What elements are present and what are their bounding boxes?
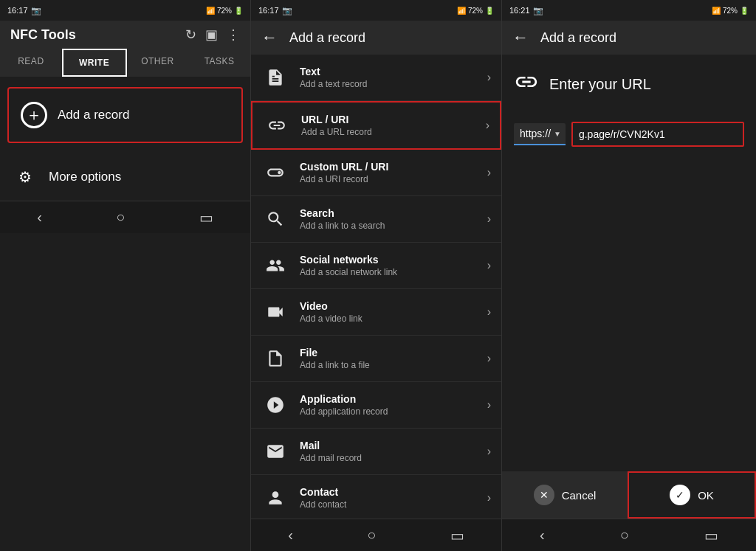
status-time-1: 16:17 📷 [7,6,41,15]
record-app-title: Application [300,393,487,405]
chevron-icon-app: › [487,398,491,412]
chevron-icon-contact: › [487,491,491,505]
panel-add-record: 16:17 📷 📶 72% 🔋 ← Add a record Text Add … [251,0,502,551]
more-icon[interactable]: ⋮ [227,27,240,43]
record-list: Text Add a text record › URL / URI Add a… [251,55,501,519]
record-item-search[interactable]: Search Add a link to a search › [251,196,501,243]
add-record-icon: ＋ [21,102,47,128]
enter-url-label: Enter your URL [549,76,651,93]
panel2-title: Add a record [289,30,365,46]
record-item-file[interactable]: File Add a link to a file › [251,336,501,382]
add-record-label: Add a record [58,108,129,122]
home-nav-btn-2[interactable]: ○ [367,527,376,544]
social-icon [261,252,289,280]
record-item-video[interactable]: Video Add a video link › [251,289,501,336]
nfc-icon[interactable]: ▣ [205,27,218,43]
url-link-icon [514,69,539,100]
cancel-icon-circle: ✕ [534,485,554,505]
url-icon [263,111,291,139]
url-path-input[interactable] [579,128,737,140]
record-video-sub: Add a video link [300,313,487,324]
back-button-2[interactable]: ← [261,28,278,47]
panel3-title: Add a record [540,30,616,46]
tab-bar: READ WRITE OTHER TASKS [0,49,250,77]
url-input-row: https:// ▼ [502,114,756,154]
chevron-icon-url: › [486,119,489,132]
ok-icon-circle: ✓ [670,485,690,505]
nav-header-3: ← Add a record [502,21,756,55]
mail-icon [261,437,289,465]
status-bar-1: 16:17 📷 📶 72% 🔋 [0,0,250,21]
record-text-sub: Add a text record [300,79,487,89]
record-custom-title: Custom URL / URI [300,161,487,173]
dialog-actions: ✕ Cancel ✓ OK [502,471,756,519]
file-icon [261,344,289,372]
add-record-button[interactable]: ＋ Add a record [7,87,243,143]
record-url-sub: Add a URL record [301,127,486,137]
chevron-icon-custom: › [487,166,491,179]
record-contact-sub: Add contact [300,499,487,510]
record-item-mail[interactable]: Mail Add mail record › [251,429,501,475]
url-scheme-selector[interactable]: https:// ▼ [514,123,566,145]
chevron-icon-social: › [487,259,491,272]
tab-tasks[interactable]: TASKS [188,49,250,77]
chevron-icon-search: › [487,212,491,226]
status-bar-3: 16:21 📷 📶 72% 🔋 [502,0,756,21]
settings-icon: ⚙ [12,164,38,190]
home-nav-btn-3[interactable]: ○ [620,527,629,544]
record-social-title: Social networks [300,254,487,266]
refresh-icon[interactable]: ↻ [185,27,196,43]
bottom-nav-2: ‹ ○ ▭ [251,519,501,551]
recents-nav-btn-3[interactable]: ▭ [704,527,718,544]
enter-url-section: Enter your URL [502,55,756,110]
record-item-url[interactable]: URL / URI Add a URL record › [251,101,501,150]
record-app-sub: Add application record [300,406,487,417]
record-item-text[interactable]: Text Add a text record › [251,55,501,101]
record-text-title: Text [300,66,487,77]
back-nav-btn-3[interactable]: ‹ [540,527,545,544]
recents-nav-btn-2[interactable]: ▭ [450,527,464,544]
more-options-label: More options [49,170,121,184]
record-file-title: File [300,347,487,358]
chevron-icon: › [487,71,491,84]
text-icon [261,63,289,91]
bottom-nav-3: ‹ ○ ▭ [502,519,756,551]
back-nav-btn-2[interactable]: ‹ [288,527,293,544]
record-mail-sub: Add mail record [300,453,487,463]
dropdown-arrow-icon: ▼ [554,130,561,138]
recents-nav-btn[interactable]: ▭ [199,209,213,226]
url-path-wrapper [571,122,744,147]
ok-label: OK [698,489,714,502]
back-nav-btn[interactable]: ‹ [37,209,42,226]
record-contact-title: Contact [300,486,487,498]
contact-icon [261,484,289,512]
tab-write[interactable]: WRITE [62,49,127,77]
app-header: NFC Tools ↻ ▣ ⋮ [0,21,250,49]
record-search-sub: Add a link to a search [300,221,487,231]
tab-other[interactable]: OTHER [127,49,189,77]
record-item-custom-url[interactable]: Custom URL / URI Add a URI record › [251,150,501,196]
cancel-button[interactable]: ✕ Cancel [502,471,628,519]
header-icons: ↻ ▣ ⋮ [185,27,240,43]
tab-read[interactable]: READ [0,49,62,77]
status-bar-2: 16:17 📷 📶 72% 🔋 [251,0,501,21]
chevron-icon-file: › [487,352,491,365]
record-item-application[interactable]: Application Add application record › [251,382,501,429]
video-icon [261,298,289,326]
url-scheme-text: https:// [520,128,551,139]
ok-button[interactable]: ✓ OK [628,471,756,519]
record-mail-title: Mail [300,440,487,451]
panel-enter-url: 16:21 📷 📶 72% 🔋 ← Add a record Enter you… [502,0,756,551]
record-custom-sub: Add a URI record [300,174,487,184]
more-options-button[interactable]: ⚙ More options [0,153,250,201]
search-icon [261,205,289,233]
back-button-3[interactable]: ← [512,28,529,47]
cancel-label: Cancel [562,489,597,502]
home-nav-btn[interactable]: ○ [116,209,125,226]
record-item-contact[interactable]: Contact Add contact › [251,475,501,519]
bottom-nav-1: ‹ ○ ▭ [0,201,250,233]
chevron-icon-video: › [487,305,491,319]
record-item-social[interactable]: Social networks Add a social network lin… [251,243,501,289]
chevron-icon-mail: › [487,445,491,458]
record-url-title: URL / URI [301,114,486,125]
